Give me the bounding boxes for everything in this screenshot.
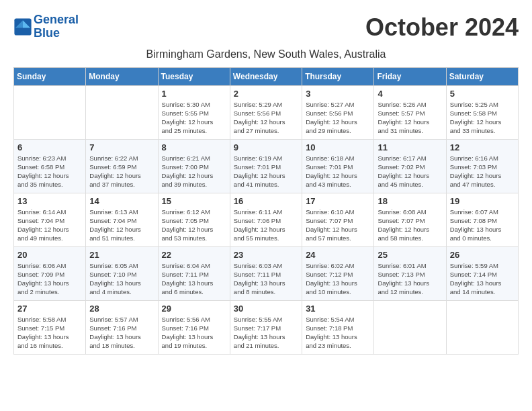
- day-info: Sunrise: 6:04 AM Sunset: 7:11 PM Dayligh…: [162, 261, 226, 297]
- day-info: Sunrise: 5:26 AM Sunset: 5:57 PM Dayligh…: [378, 100, 442, 136]
- day-number: 4: [378, 89, 442, 99]
- day-info: Sunrise: 6:23 AM Sunset: 6:58 PM Dayligh…: [17, 154, 82, 189]
- day-number: 22: [162, 250, 226, 260]
- weekday-header-tuesday: Tuesday: [158, 67, 230, 85]
- day-number: 26: [450, 250, 515, 260]
- weekday-header-thursday: Thursday: [302, 67, 374, 85]
- calendar-cell: 7Sunrise: 6:22 AM Sunset: 6:59 PM Daylig…: [86, 139, 158, 193]
- calendar-cell: 28Sunrise: 5:57 AM Sunset: 7:16 PM Dayli…: [86, 300, 158, 354]
- day-info: Sunrise: 5:57 AM Sunset: 7:16 PM Dayligh…: [89, 315, 154, 351]
- calendar-cell: 24Sunrise: 6:02 AM Sunset: 7:12 PM Dayli…: [302, 246, 374, 300]
- week-row-2: 6Sunrise: 6:23 AM Sunset: 6:58 PM Daylig…: [14, 139, 519, 193]
- day-info: Sunrise: 5:29 AM Sunset: 5:56 PM Dayligh…: [234, 100, 298, 136]
- day-number: 9: [234, 142, 298, 152]
- day-number: 19: [450, 196, 515, 206]
- month-title: October 2024: [365, 13, 519, 42]
- day-number: 29: [162, 304, 226, 314]
- calendar-cell: 12Sunrise: 6:16 AM Sunset: 7:03 PM Dayli…: [446, 139, 518, 193]
- day-info: Sunrise: 6:11 AM Sunset: 7:06 PM Dayligh…: [234, 208, 298, 243]
- calendar-cell: 14Sunrise: 6:13 AM Sunset: 7:04 PM Dayli…: [86, 193, 158, 246]
- calendar-cell: 5Sunrise: 5:25 AM Sunset: 5:58 PM Daylig…: [446, 85, 518, 139]
- day-info: Sunrise: 5:54 AM Sunset: 7:18 PM Dayligh…: [306, 315, 370, 351]
- day-info: Sunrise: 6:12 AM Sunset: 7:05 PM Dayligh…: [162, 208, 226, 243]
- day-number: 1: [162, 89, 226, 99]
- day-number: 27: [17, 304, 82, 314]
- calendar-cell: 21Sunrise: 6:05 AM Sunset: 7:10 PM Dayli…: [86, 246, 158, 300]
- day-number: 17: [306, 196, 370, 206]
- week-row-4: 20Sunrise: 6:06 AM Sunset: 7:09 PM Dayli…: [14, 246, 519, 300]
- calendar-cell: 1Sunrise: 5:30 AM Sunset: 5:55 PM Daylig…: [158, 85, 230, 139]
- calendar-cell: 10Sunrise: 6:18 AM Sunset: 7:01 PM Dayli…: [302, 139, 374, 193]
- day-number: 7: [89, 142, 154, 152]
- calendar-cell: 26Sunrise: 5:59 AM Sunset: 7:14 PM Dayli…: [446, 246, 518, 300]
- day-info: Sunrise: 5:58 AM Sunset: 7:15 PM Dayligh…: [17, 315, 82, 351]
- day-number: 20: [17, 250, 82, 260]
- day-info: Sunrise: 6:06 AM Sunset: 7:09 PM Dayligh…: [17, 261, 82, 297]
- day-number: 28: [89, 304, 154, 314]
- day-info: Sunrise: 5:25 AM Sunset: 5:58 PM Dayligh…: [450, 100, 515, 136]
- calendar-cell: [446, 300, 518, 354]
- day-number: 25: [378, 250, 442, 260]
- day-number: 12: [450, 142, 515, 152]
- calendar-cell: 13Sunrise: 6:14 AM Sunset: 7:04 PM Dayli…: [14, 193, 86, 246]
- day-info: Sunrise: 5:30 AM Sunset: 5:55 PM Dayligh…: [162, 100, 226, 136]
- day-info: Sunrise: 6:21 AM Sunset: 7:00 PM Dayligh…: [162, 154, 226, 189]
- day-info: Sunrise: 5:59 AM Sunset: 7:14 PM Dayligh…: [450, 261, 515, 297]
- calendar-cell: 29Sunrise: 5:56 AM Sunset: 7:16 PM Dayli…: [158, 300, 230, 354]
- day-number: 13: [17, 196, 82, 206]
- day-info: Sunrise: 6:16 AM Sunset: 7:03 PM Dayligh…: [450, 154, 515, 189]
- logo-icon: [13, 17, 32, 36]
- calendar-cell: 31Sunrise: 5:54 AM Sunset: 7:18 PM Dayli…: [302, 300, 374, 354]
- day-number: 11: [378, 142, 442, 152]
- week-row-3: 13Sunrise: 6:14 AM Sunset: 7:04 PM Dayli…: [14, 193, 519, 246]
- day-number: 10: [306, 142, 370, 152]
- day-number: 23: [234, 250, 298, 260]
- weekday-header-monday: Monday: [86, 67, 158, 85]
- week-row-1: 1Sunrise: 5:30 AM Sunset: 5:55 PM Daylig…: [14, 85, 519, 139]
- day-number: 14: [89, 196, 154, 206]
- day-number: 18: [378, 196, 442, 206]
- day-info: Sunrise: 6:05 AM Sunset: 7:10 PM Dayligh…: [89, 261, 154, 297]
- weekday-header-sunday: Sunday: [14, 67, 86, 85]
- day-info: Sunrise: 5:55 AM Sunset: 7:17 PM Dayligh…: [234, 315, 298, 351]
- day-number: 21: [89, 250, 154, 260]
- calendar-cell: 6Sunrise: 6:23 AM Sunset: 6:58 PM Daylig…: [14, 139, 86, 193]
- day-info: Sunrise: 6:03 AM Sunset: 7:11 PM Dayligh…: [234, 261, 298, 297]
- weekday-header-friday: Friday: [374, 67, 446, 85]
- calendar-cell: [14, 85, 86, 139]
- month-title-section: October 2024: [365, 13, 519, 42]
- day-number: 2: [234, 89, 298, 99]
- logo: General Blue: [13, 13, 79, 40]
- calendar-cell: 27Sunrise: 5:58 AM Sunset: 7:15 PM Dayli…: [14, 300, 86, 354]
- day-info: Sunrise: 5:56 AM Sunset: 7:16 PM Dayligh…: [162, 315, 226, 351]
- calendar-cell: 4Sunrise: 5:26 AM Sunset: 5:57 PM Daylig…: [374, 85, 446, 139]
- week-row-5: 27Sunrise: 5:58 AM Sunset: 7:15 PM Dayli…: [14, 300, 519, 354]
- calendar-cell: [374, 300, 446, 354]
- calendar-cell: 20Sunrise: 6:06 AM Sunset: 7:09 PM Dayli…: [14, 246, 86, 300]
- calendar-cell: 25Sunrise: 6:01 AM Sunset: 7:13 PM Dayli…: [374, 246, 446, 300]
- calendar-table: SundayMondayTuesdayWednesdayThursdayFrid…: [13, 67, 519, 355]
- day-number: 30: [234, 304, 298, 314]
- calendar-body: 1Sunrise: 5:30 AM Sunset: 5:55 PM Daylig…: [14, 85, 519, 354]
- day-info: Sunrise: 6:17 AM Sunset: 7:02 PM Dayligh…: [378, 154, 442, 189]
- weekday-header-wednesday: Wednesday: [230, 67, 302, 85]
- day-info: Sunrise: 6:13 AM Sunset: 7:04 PM Dayligh…: [89, 208, 154, 243]
- calendar-cell: 18Sunrise: 6:08 AM Sunset: 7:07 PM Dayli…: [374, 193, 446, 246]
- calendar-subtitle: Birmingham Gardens, New South Wales, Aus…: [13, 48, 519, 60]
- calendar-cell: 17Sunrise: 6:10 AM Sunset: 7:07 PM Dayli…: [302, 193, 374, 246]
- day-info: Sunrise: 6:14 AM Sunset: 7:04 PM Dayligh…: [17, 208, 82, 243]
- day-info: Sunrise: 6:18 AM Sunset: 7:01 PM Dayligh…: [306, 154, 370, 189]
- calendar-cell: 22Sunrise: 6:04 AM Sunset: 7:11 PM Dayli…: [158, 246, 230, 300]
- calendar-cell: 3Sunrise: 5:27 AM Sunset: 5:56 PM Daylig…: [302, 85, 374, 139]
- day-info: Sunrise: 6:22 AM Sunset: 6:59 PM Dayligh…: [89, 154, 154, 189]
- day-number: 3: [306, 89, 370, 99]
- day-number: 24: [306, 250, 370, 260]
- calendar-cell: 2Sunrise: 5:29 AM Sunset: 5:56 PM Daylig…: [230, 85, 302, 139]
- day-info: Sunrise: 6:01 AM Sunset: 7:13 PM Dayligh…: [378, 261, 442, 297]
- weekday-header-saturday: Saturday: [446, 67, 518, 85]
- day-number: 16: [234, 196, 298, 206]
- day-info: Sunrise: 6:19 AM Sunset: 7:01 PM Dayligh…: [234, 154, 298, 189]
- calendar-cell: 9Sunrise: 6:19 AM Sunset: 7:01 PM Daylig…: [230, 139, 302, 193]
- calendar-cell: 11Sunrise: 6:17 AM Sunset: 7:02 PM Dayli…: [374, 139, 446, 193]
- day-info: Sunrise: 6:10 AM Sunset: 7:07 PM Dayligh…: [306, 208, 370, 243]
